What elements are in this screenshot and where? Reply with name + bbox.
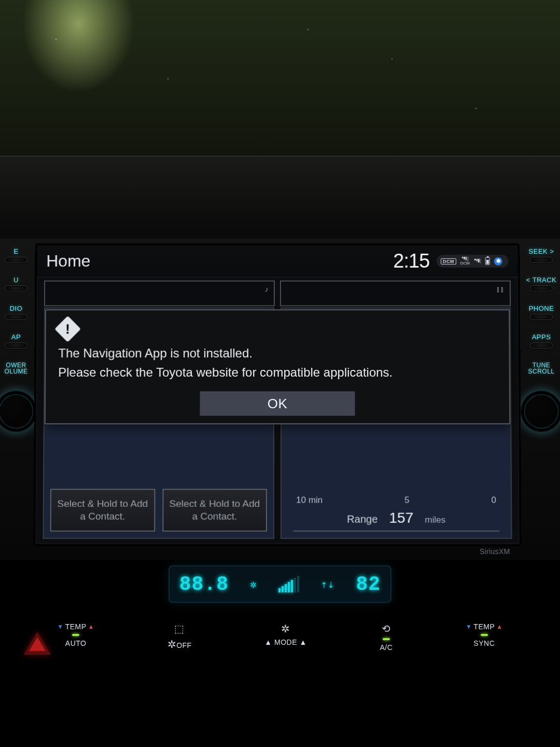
status-tray: DCM DCM ✱ [437,255,509,268]
hw-left-column: E U DIO AP OWER OLUME [0,239,32,560]
tune-knob[interactable] [521,391,560,432]
hw-button-seek[interactable]: SEEK > [529,248,554,263]
defrost-off-button[interactable]: ⬚ ✲OFF [167,622,192,651]
volume-knob[interactable] [0,391,36,432]
headunit-bezel: E U DIO AP OWER OLUME Home 2:15 DCM DCM [0,239,560,560]
upper-panels: ♪ ⫿⫿ [44,281,511,307]
hw-button-left-2[interactable]: U [5,276,27,292]
hw-button-map[interactable]: AP [5,334,27,349]
navigation-dialog: ! The Navigation App is not installed. P… [45,309,511,424]
mode-icon: ✲ [281,622,290,635]
battery-icon [485,257,490,265]
content-area: ♪ ⫿⫿ Select & Hold to Add a Contact. Sel… [35,278,519,544]
defrost-icon: ⬚ [174,622,185,635]
dialog-ok-button[interactable]: OK [200,391,355,416]
dcm-icon: DCM [441,258,456,264]
clock: 2:15 [393,250,429,272]
fan-off-icon: ✲ [167,639,177,650]
climate-lcd: 88.8 ✲ ⇡⇣ 82 [169,565,391,603]
signal-icon [474,259,481,264]
sync-button[interactable]: ▼TEMP▲ SYNC [466,622,503,647]
vent-mode-icon: ⇡⇣ [321,578,334,591]
hw-button-phone[interactable]: PHONE [529,305,554,320]
screen-title: Home [46,252,393,271]
contact-slot-2[interactable]: Select & Hold to Add a Contact. [162,489,267,531]
hw-button-apps[interactable]: APPS [530,334,553,349]
hw-button-audio[interactable]: DIO [5,305,27,320]
mode-button[interactable]: ✲ ▲ MODE ▲ [264,622,307,646]
bar-chart-icon: ⫿⫿ [496,285,505,294]
hw-right-column: SEEK > < TRACK PHONE APPS TUNE SCROLL [523,239,560,560]
fan-level-icon [278,576,299,592]
siriusxm-logo: SiriusXM [480,547,510,556]
hw-button-left-1[interactable]: E [5,248,27,263]
ac-button[interactable]: ⟲ A/C [380,622,393,652]
fuel-scale: 10 min 5 0 [282,495,511,505]
hazard-button[interactable] [24,632,51,655]
touchscreen: Home 2:15 DCM DCM ✱ ♪ ⫿⫿ [33,243,521,546]
range-readout: Range 157 miles [282,510,511,527]
status-bar: Home 2:15 DCM DCM ✱ [37,245,518,278]
warning-diamond-icon: ! [54,316,81,342]
hw-button-track[interactable]: < TRACK [526,276,557,292]
temp-left-button[interactable]: ▼TEMP▲ AUTO [57,622,94,647]
music-note-icon: ♪ [265,285,269,294]
dialog-message: The Navigation App is not installed. Ple… [58,343,497,382]
bluetooth-icon: ✱ [494,257,502,265]
hw-label-tune-scroll: TUNE SCROLL [528,362,554,375]
audio-panel[interactable]: ♪ [44,281,275,307]
recirculate-icon: ⟲ [382,622,391,635]
climate-left-temp: 88.8 [179,573,229,596]
hw-label-power-volume: OWER OLUME [4,362,27,375]
climate-panel: 88.8 ✲ ⇡⇣ 82 ▼TEMP▲ AUTO ⬚ ✲OFF ✲ ▲ MODE… [0,565,560,747]
chart-panel[interactable]: ⫿⫿ [280,281,511,307]
fan-icon: ✲ [250,578,257,591]
contact-slot-1[interactable]: Select & Hold to Add a Contact. [50,489,155,531]
climate-right-temp: 82 [356,573,381,596]
